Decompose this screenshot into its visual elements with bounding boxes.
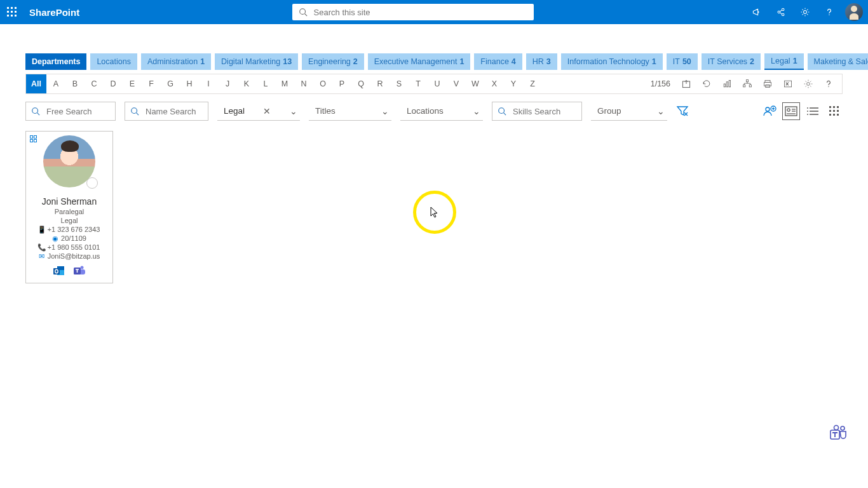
outlook-button[interactable] — [52, 264, 66, 278]
tab-hr[interactable]: HR3 — [526, 53, 557, 70]
svg-point-39 — [807, 111, 808, 112]
alpha-w[interactable]: W — [466, 74, 485, 93]
chevron-down-icon: ⌄ — [473, 106, 480, 116]
tab-information-technology[interactable]: Information Technology1 — [561, 53, 663, 70]
filter-clear-icon — [676, 104, 689, 117]
svg-line-5 — [780, 10, 782, 11]
chart-icon — [722, 79, 732, 89]
alpha-z[interactable]: Z — [523, 74, 542, 93]
filter-bar: Legal ✕ ⌄ Titles ⌄ Locations ⌄ Group ⌄ — [25, 102, 843, 121]
group-filter[interactable]: Group ⌄ — [591, 102, 667, 121]
svg-rect-14 — [749, 85, 751, 87]
svg-point-3 — [782, 8, 784, 11]
refresh-icon — [702, 79, 712, 89]
alpha-l[interactable]: L — [256, 74, 275, 93]
name-search-input[interactable] — [144, 106, 203, 117]
svg-point-20 — [32, 108, 38, 114]
alpha-d[interactable]: D — [104, 74, 123, 93]
alpha-all[interactable]: All — [26, 74, 46, 93]
add-people-button[interactable] — [761, 103, 778, 119]
settings-button[interactable] — [794, 1, 816, 23]
alpha-c[interactable]: C — [85, 74, 104, 93]
tab-finance[interactable]: Finance4 — [474, 53, 522, 70]
card-view-button[interactable] — [783, 103, 799, 119]
alpha-k[interactable]: K — [237, 74, 256, 93]
tab-engineering[interactable]: Engineering2 — [302, 53, 364, 70]
alpha-y[interactable]: Y — [504, 74, 523, 93]
skills-search[interactable] — [492, 102, 582, 121]
alpha-j[interactable]: J — [218, 74, 237, 93]
alpha-b[interactable]: B — [65, 74, 85, 93]
print-button[interactable] — [761, 77, 775, 91]
tab-it-services[interactable]: IT Services2 — [702, 53, 761, 70]
svg-rect-12 — [746, 80, 748, 82]
svg-point-40 — [807, 114, 808, 115]
tab-marketing-sales[interactable]: Maketing & Sales12 — [808, 53, 868, 70]
alpha-letters: All A B C D E F G H I J K L M N O P Q R … — [26, 74, 542, 93]
alpha-r[interactable]: R — [370, 74, 390, 93]
free-search-input[interactable] — [45, 106, 110, 117]
site-search-input[interactable] — [313, 7, 527, 18]
help-button[interactable] — [818, 1, 840, 23]
tab-departments[interactable]: Departments — [25, 53, 86, 70]
list-view-button[interactable] — [804, 103, 821, 119]
clear-icon[interactable]: ✕ — [263, 106, 271, 116]
alpha-v[interactable]: V — [447, 74, 466, 93]
alpha-h[interactable]: H — [180, 74, 199, 93]
grid-view-button[interactable] — [826, 103, 843, 119]
list-icon — [807, 106, 818, 116]
alpha-o[interactable]: O — [313, 74, 332, 93]
presence-indicator — [86, 177, 98, 189]
alpha-t[interactable]: T — [409, 74, 428, 93]
alpha-g[interactable]: G — [161, 74, 180, 93]
alpha-a[interactable]: A — [46, 74, 65, 93]
clear-filters-button[interactable] — [676, 104, 689, 119]
alpha-i[interactable]: I — [199, 74, 218, 93]
chevron-down-icon: ⌄ — [381, 106, 389, 116]
alpha-p[interactable]: P — [332, 74, 351, 93]
person-card[interactable]: Joni Sherman Paralegal Legal 📱 +1 323 67… — [25, 131, 113, 283]
free-search[interactable] — [25, 102, 116, 121]
share-button[interactable] — [770, 1, 792, 23]
tab-digital-marketing[interactable]: Digital Marketing13 — [215, 53, 298, 70]
alpha-m[interactable]: M — [275, 74, 294, 93]
alpha-s[interactable]: S — [390, 74, 409, 93]
locations-filter[interactable]: Locations ⌄ — [400, 102, 483, 121]
gear-icon — [803, 79, 813, 89]
department-tabs: Departments Locations Administration1 Di… — [25, 53, 843, 70]
department-filter[interactable]: Legal ✕ ⌄ — [217, 102, 300, 121]
refresh-button[interactable] — [700, 77, 714, 91]
svg-point-54 — [81, 266, 84, 269]
toolbar-settings-button[interactable] — [801, 77, 815, 91]
alpha-x[interactable]: X — [485, 74, 504, 93]
svg-rect-49 — [837, 114, 839, 116]
skills-search-input[interactable] — [512, 106, 576, 117]
excel-button[interactable] — [781, 77, 795, 91]
app-launcher[interactable] — [3, 3, 22, 22]
alpha-f[interactable]: F — [142, 74, 161, 93]
alpha-q[interactable]: Q — [351, 74, 370, 93]
tab-locations[interactable]: Locations — [90, 53, 137, 70]
tab-legal[interactable]: Legal1 — [764, 53, 804, 70]
export-button[interactable] — [679, 77, 693, 91]
toolbar-help-button[interactable] — [822, 77, 836, 91]
qr-icon[interactable] — [30, 135, 37, 143]
chart-button[interactable] — [720, 77, 734, 91]
alpha-u[interactable]: U — [428, 74, 447, 93]
alpha-e[interactable]: E — [123, 74, 142, 93]
alpha-n[interactable]: N — [294, 74, 313, 93]
org-button[interactable] — [740, 77, 754, 91]
megaphone-button[interactable] — [746, 1, 768, 23]
svg-line-1 — [304, 14, 307, 17]
gear-icon — [800, 7, 810, 17]
name-search[interactable] — [125, 102, 208, 121]
teams-button[interactable] — [72, 264, 86, 278]
tab-it[interactable]: IT50 — [667, 53, 698, 70]
user-avatar[interactable] — [845, 3, 863, 21]
site-search[interactable] — [292, 4, 534, 20]
tab-administration[interactable]: Administration1 — [141, 53, 211, 70]
person-title: Paralegal — [55, 208, 84, 215]
svg-rect-9 — [724, 84, 725, 87]
titles-filter[interactable]: Titles ⌄ — [309, 102, 391, 121]
tab-executive-management[interactable]: Executive Management1 — [368, 53, 471, 70]
